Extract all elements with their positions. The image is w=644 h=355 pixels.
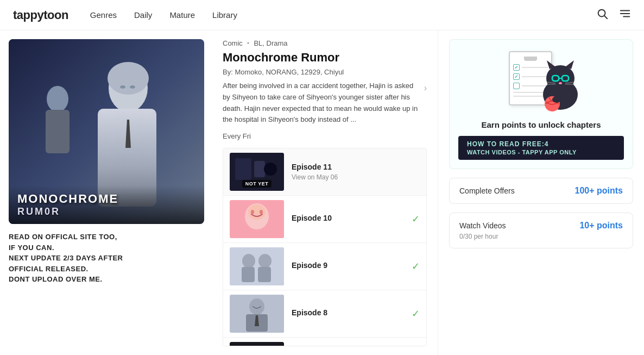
episode-info-11: Episode 11 View on May 06	[292, 163, 420, 181]
episode-item-8[interactable]: Episode 8 ✓	[223, 290, 426, 338]
cover-image: MONOCHROME RUM0R	[9, 39, 204, 224]
nav-genres[interactable]: Genres	[90, 10, 117, 20]
svg-rect-32	[230, 342, 284, 346]
comic-description: After being involved in a car accident t…	[223, 80, 427, 126]
notice-box: READ ON OFFICAL SITE TOO, IF YOU CAN. NE…	[9, 229, 203, 287]
svg-point-29	[249, 298, 264, 315]
watch-videos-value: 10+ points	[579, 221, 623, 231]
complete-offers-label: Complete Offers	[459, 186, 515, 195]
svg-line-1	[604, 16, 607, 18]
expand-description-arrow[interactable]: ›	[424, 81, 427, 95]
cat-promo-card: ✓ ✓	[449, 39, 633, 169]
episode-info-10: Episode 10	[292, 214, 404, 225]
promo-title: Earn points to unlock chapters	[481, 120, 601, 129]
check-box-2: ✓	[513, 73, 520, 80]
info-panel: Comic • BL, Drama Monochrome Rumor By: M…	[212, 30, 438, 355]
cat-illustration: ✓ ✓	[498, 48, 585, 114]
svg-rect-10	[46, 110, 70, 153]
comic-type: Comic	[223, 39, 243, 47]
svg-rect-25	[242, 267, 255, 282]
description-text: After being involved in a car accident t…	[223, 80, 422, 126]
episode-number-8: Episode 8	[292, 308, 404, 317]
main-content: MONOCHROME RUM0R READ ON OFFICAL SITE TO…	[0, 30, 644, 355]
episode-thumbnail-9	[230, 247, 284, 285]
nav-library[interactable]: Library	[212, 10, 237, 20]
svg-point-12	[120, 85, 125, 89]
episode-info-9: Episode 9	[292, 261, 404, 272]
svg-point-22	[260, 210, 263, 214]
header: tappytoon Genres Daily Mature Library	[0, 0, 644, 30]
episode-check-9: ✓	[412, 260, 420, 272]
cat-svg	[525, 54, 585, 114]
svg-point-20	[248, 204, 266, 220]
svg-point-8	[108, 62, 149, 95]
comic-meta: Comic • BL, Drama	[223, 39, 427, 47]
svg-point-44	[559, 82, 562, 84]
nav: Genres Daily Mature Library	[90, 10, 596, 20]
episode-check-10: ✓	[412, 213, 420, 225]
episode-item-7[interactable]: Episode 7 ✓	[223, 338, 426, 346]
comic-title: Monochrome Rumor	[223, 51, 427, 65]
side-panel: ✓ ✓	[438, 30, 644, 355]
svg-point-9	[47, 86, 68, 112]
comic-authors: By: Momoko, NORANG, 12929, Chiyul	[223, 68, 427, 76]
nav-daily[interactable]: Daily	[134, 10, 152, 20]
how-to-line1: HOW TO READ FREE:4	[467, 140, 615, 148]
watch-videos-top: Watch Videos 10+ points	[459, 221, 623, 231]
svg-point-26	[258, 254, 272, 268]
svg-rect-23	[230, 247, 284, 285]
not-yet-badge: NOT YET	[242, 180, 272, 188]
header-actions	[596, 8, 631, 22]
svg-rect-27	[258, 267, 271, 282]
svg-point-21	[251, 210, 254, 214]
cover-title-line1: MONOCHROME	[17, 192, 195, 206]
episode-thumbnail-8	[230, 295, 284, 333]
episode-thumbnail-11: NOT YET	[230, 153, 284, 191]
cover-overlay: MONOCHROME RUM0R	[9, 185, 204, 224]
episode-date-11: View on May 06	[292, 173, 420, 181]
episode-list: NOT YET Episode 11 View on May 06	[223, 148, 427, 346]
menu-icon[interactable]	[619, 8, 631, 22]
complete-offers-card[interactable]: Complete Offers 100+ points	[449, 178, 633, 204]
svg-rect-16	[254, 161, 265, 177]
episode-item-9[interactable]: Episode 9 ✓	[223, 243, 426, 290]
svg-point-24	[242, 254, 255, 268]
episode-number-9: Episode 9	[292, 261, 404, 270]
episode-check-8: ✓	[412, 308, 420, 320]
check-box-1: ✓	[513, 64, 520, 71]
episode-number-10: Episode 10	[292, 214, 404, 222]
comic-tags: BL, Drama	[254, 39, 287, 47]
episode-item-11[interactable]: NOT YET Episode 11 View on May 06	[223, 148, 426, 196]
how-to-line2: WATCH VIDEOS - TAPPY APP ONLY	[467, 149, 615, 155]
svg-point-17	[264, 163, 277, 176]
episode-thumbnail-10	[230, 200, 284, 238]
search-icon[interactable]	[596, 8, 608, 22]
watch-videos-sub: 0/30 per hour	[459, 233, 623, 240]
svg-point-50	[552, 96, 561, 103]
meta-dot: •	[247, 39, 250, 47]
complete-offers-value: 100+ points	[575, 186, 623, 196]
svg-point-13	[130, 85, 135, 89]
logo[interactable]: tappytoon	[13, 8, 68, 22]
episode-number-11: Episode 11	[292, 163, 420, 171]
schedule: Every Fri	[223, 132, 427, 140]
left-panel: MONOCHROME RUM0R READ ON OFFICAL SITE TO…	[0, 30, 212, 355]
episode-item-10[interactable]: Episode 10 ✓	[223, 196, 426, 243]
episode-thumbnail-7	[230, 342, 284, 346]
notice-text: READ ON OFFICAL SITE TOO, IF YOU CAN. NE…	[9, 232, 203, 285]
check-box-3	[513, 83, 520, 89]
nav-mature[interactable]: Mature	[169, 10, 195, 20]
cover-title-line2: RUM0R	[17, 206, 195, 217]
watch-videos-card[interactable]: Watch Videos 10+ points 0/30 per hour	[449, 213, 633, 248]
episode-info-8: Episode 8	[292, 308, 404, 319]
svg-rect-15	[235, 158, 251, 180]
how-to-banner: HOW TO READ FREE:4 WATCH VIDEOS - TAPPY …	[458, 136, 624, 160]
watch-videos-label: Watch Videos	[459, 221, 506, 230]
